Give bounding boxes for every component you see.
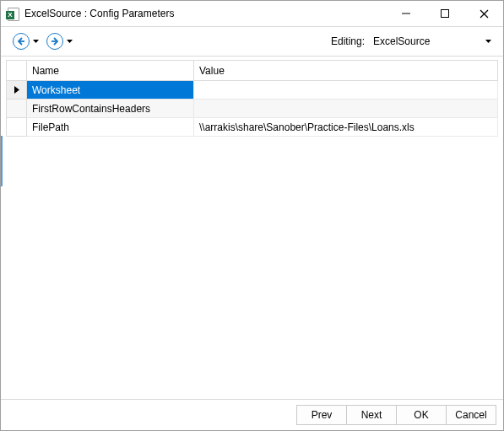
row-header[interactable]	[7, 118, 27, 137]
table-row[interactable]: FirstRowContainsHeaders	[7, 100, 498, 118]
nav-forward-button[interactable]	[46, 33, 73, 50]
row-header[interactable]	[7, 81, 27, 100]
title-bar: X ExcelSource : Config Parameters	[1, 1, 503, 27]
ok-button[interactable]: OK	[396, 405, 447, 425]
editing-label: Editing:	[331, 35, 365, 47]
cell-name[interactable]: FilePath	[27, 118, 194, 137]
chevron-down-icon	[485, 40, 491, 43]
minimize-button[interactable]	[387, 2, 425, 26]
arrow-right-icon	[46, 33, 63, 50]
next-button[interactable]: Next	[346, 405, 397, 425]
maximize-button[interactable]	[425, 2, 464, 26]
window-title: ExcelSource : Config Parameters	[24, 8, 174, 19]
table-row[interactable]: Worksheet	[7, 81, 498, 100]
svg-rect-1	[442, 10, 449, 18]
editing-value: ExcelSource	[373, 35, 430, 47]
grid-header-row: Name Value	[7, 61, 498, 81]
close-button[interactable]	[464, 2, 503, 26]
arrow-left-icon	[13, 33, 30, 50]
cancel-button[interactable]: Cancel	[446, 405, 496, 425]
cell-value[interactable]	[194, 81, 498, 100]
cell-name[interactable]: FirstRowContainsHeaders	[27, 100, 194, 118]
dialog-footer: Prev Next OK Cancel	[1, 399, 503, 430]
row-header[interactable]	[7, 100, 27, 118]
chevron-down-icon[interactable]	[65, 33, 73, 50]
excel-icon: X	[6, 7, 19, 20]
parameters-grid-wrap: Name Value WorksheetFirstRowContainsHead…	[1, 57, 503, 399]
cell-name[interactable]: Worksheet	[27, 81, 194, 100]
table-row[interactable]: FilePath\\arrakis\share\Sanober\Practice…	[7, 118, 498, 137]
cell-value[interactable]	[194, 100, 498, 118]
chevron-down-icon[interactable]	[31, 33, 40, 50]
nav-back-button[interactable]	[13, 33, 40, 50]
col-header-value[interactable]: Value	[194, 61, 498, 81]
editing-combo[interactable]: ExcelSource	[370, 33, 495, 50]
navigation-toolbar: Editing: ExcelSource	[1, 27, 503, 57]
parameters-grid[interactable]: Name Value WorksheetFirstRowContainsHead…	[6, 60, 498, 137]
col-header-name[interactable]: Name	[27, 61, 194, 81]
dialog-window: X ExcelSource : Config Parameters	[0, 0, 504, 431]
row-header-corner[interactable]	[7, 61, 27, 81]
row-pointer-icon	[14, 84, 19, 96]
prev-button[interactable]: Prev	[296, 405, 347, 425]
cell-value[interactable]: \\arrakis\share\Sanober\Practice-Files\L…	[194, 118, 498, 137]
